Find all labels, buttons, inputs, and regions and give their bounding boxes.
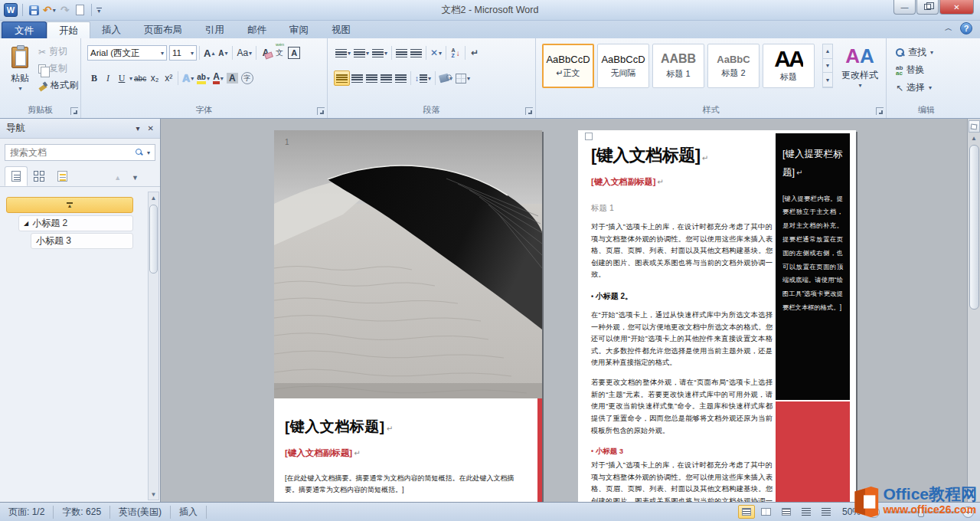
gallery-more-button[interactable]: ▼	[823, 73, 832, 87]
styles-dialog-launcher[interactable]	[876, 107, 884, 115]
cut-button[interactable]: ✂剪切	[37, 44, 80, 59]
scroll-thumb[interactable]	[969, 145, 979, 310]
body-paragraph[interactable]: 若要更改文档的整体外观，请在“页面布局”选项卡上选择新的“主题”元素。若要更改快…	[591, 377, 773, 437]
body-paragraph[interactable]: 对于“插入”选项卡上的库，在设计时都充分考虑了其中的项与文档整体外观的协调性。您…	[591, 221, 773, 281]
format-painter-button[interactable]: 格式刷	[37, 78, 80, 93]
search-box[interactable]: ▾	[5, 144, 155, 161]
sidebar-body-placeholder[interactable]: [键入提要栏内容。提要栏独立于主文档，是对主文档的补充。提要栏通常放置在页面的左…	[782, 192, 843, 315]
paragraph-dialog-launcher[interactable]	[525, 107, 533, 115]
increase-indent-button[interactable]	[409, 45, 423, 61]
superscript-button[interactable]: x²	[162, 70, 175, 86]
body-paragraph[interactable]: 在“开始”选项卡上，通过从快速样式库中为所选文本选择一种外观，您可以方便地更改文…	[591, 310, 773, 369]
sidebar-title-placeholder[interactable]: [键入提要栏标题]↵	[782, 146, 843, 182]
document-title-placeholder[interactable]: [键入文档标题]↵	[591, 144, 773, 167]
document-area[interactable]: 1	[161, 119, 980, 502]
undo-dropdown-icon[interactable]: ▾	[53, 7, 56, 14]
paste-dropdown-icon[interactable]: ▾	[18, 85, 21, 92]
heading-item-selected[interactable]: ▲	[6, 197, 133, 213]
status-word-count[interactable]: 字数: 625	[54, 506, 110, 519]
page-2[interactable]: [键入文档标题]↵ [键入文档副标题]↵ 标题 1 对于“插入”选项卡上的库，在…	[578, 130, 856, 502]
strikethrough-button[interactable]: abc	[132, 70, 148, 86]
new-document-button[interactable]	[74, 3, 87, 17]
page-1[interactable]: 1	[274, 130, 542, 502]
underline-button[interactable]: U	[115, 70, 129, 86]
style-title[interactable]: AA 标题	[763, 44, 815, 88]
character-shading-button[interactable]: A	[225, 70, 240, 86]
sort-button[interactable]: AZ↓	[449, 45, 462, 61]
bold-button[interactable]: B	[87, 70, 101, 86]
nav-pane-options-icon[interactable]: ▾	[136, 124, 140, 133]
justify-button[interactable]	[379, 70, 394, 86]
tab-page-layout[interactable]: 页面布局	[132, 21, 194, 38]
nav-scroll-thumb[interactable]	[149, 205, 158, 274]
font-size-combobox[interactable]: 11▾	[169, 45, 197, 61]
numbering-button[interactable]: ▾	[352, 45, 371, 61]
style-normal[interactable]: AaBbCcD ↵正文	[542, 44, 594, 88]
line-spacing-button[interactable]: ↕▾	[413, 70, 433, 86]
close-button[interactable]: ✕	[939, 0, 974, 15]
search-icon[interactable]	[136, 149, 143, 156]
help-button[interactable]: ?	[960, 22, 972, 34]
save-button[interactable]	[28, 3, 40, 17]
tab-references[interactable]: 引用	[194, 21, 236, 38]
subscript-button[interactable]: x₂	[148, 70, 162, 86]
body-paragraph[interactable]: 对于“插入”选项卡上的库，在设计时都充分考虑了其中的项与文档整体外观的协调性。您…	[591, 460, 773, 502]
select-button[interactable]: ↖选择▾	[894, 80, 935, 95]
text-effects-button[interactable]: A▾	[181, 70, 195, 86]
subheading-3[interactable]: 小标题 3	[591, 447, 773, 457]
tab-insert[interactable]: 插入	[90, 21, 132, 38]
subheading-2[interactable]: 小标题 2。	[591, 291, 773, 302]
heading-item-sub3[interactable]: 小标题 3	[31, 233, 133, 249]
change-case-button[interactable]: Aa▾	[235, 45, 253, 61]
font-color-button[interactable]: A▾	[211, 70, 225, 86]
nav-tab-results[interactable]	[51, 166, 74, 186]
decrease-indent-button[interactable]	[394, 45, 409, 61]
asian-layout-button[interactable]: ✕▾	[429, 45, 443, 61]
style-heading1[interactable]: AABB 标题 1	[652, 44, 704, 88]
search-dropdown-icon[interactable]: ▾	[147, 149, 150, 156]
change-styles-button[interactable]: AA 更改样式 ▾	[838, 44, 882, 104]
document-title-placeholder[interactable]: [键入文档标题]↵	[285, 417, 527, 437]
heading-item-sub2[interactable]: ◢ 小标题 2	[18, 215, 133, 231]
nav-scroll-up-icon[interactable]: ▲	[151, 192, 157, 203]
shading-button[interactable]: ▾	[438, 70, 454, 86]
nav-tab-headings[interactable]	[5, 166, 28, 186]
font-dialog-launcher[interactable]	[317, 107, 325, 115]
scroll-up-icon[interactable]: ▲	[971, 133, 977, 143]
minimize-button[interactable]: —	[893, 0, 916, 15]
view-print-layout-button[interactable]	[738, 505, 755, 519]
phonetic-guide-button[interactable]: 文	[273, 45, 286, 61]
style-no-spacing[interactable]: AaBbCcD 无间隔	[597, 44, 649, 88]
find-button[interactable]: 查找▾	[894, 45, 935, 60]
status-language[interactable]: 英语(美国)	[110, 506, 171, 519]
nav-tab-pages[interactable]	[28, 166, 51, 186]
style-heading2[interactable]: AaBbC 标题 2	[707, 44, 760, 88]
clipboard-dialog-launcher[interactable]	[70, 107, 78, 115]
align-center-button[interactable]	[350, 70, 364, 86]
copy-button[interactable]: 复制	[37, 61, 80, 76]
font-name-combobox[interactable]: Arial (西文正▾	[87, 45, 167, 61]
document-scrollbar[interactable]: ▲	[967, 119, 980, 502]
tab-file[interactable]: 文件	[2, 21, 47, 38]
nav-scroll-down-icon[interactable]: ▼	[151, 489, 157, 500]
page2-text-column[interactable]: [键入文档标题]↵ [键入文档副标题]↵ 标题 1 对于“插入”选项卡上的库，在…	[591, 144, 773, 502]
enclose-characters-button[interactable]: 字	[240, 70, 255, 86]
dune-photo[interactable]	[274, 130, 542, 398]
collapse-ribbon-icon[interactable]: ︿	[945, 23, 952, 34]
grow-font-button[interactable]: A▴	[202, 45, 216, 61]
status-page-count[interactable]: 页面: 1/2	[0, 506, 54, 519]
highlight-button[interactable]: ab▾	[195, 70, 211, 86]
nav-pane-close-icon[interactable]: ✕	[148, 124, 154, 133]
expand-icon[interactable]: ◢	[24, 220, 28, 227]
redo-button[interactable]: ↷	[59, 3, 71, 17]
tab-view[interactable]: 视图	[320, 21, 362, 38]
align-right-button[interactable]	[364, 70, 379, 86]
sidebar-textbox[interactable]: [键入提要栏标题]↵ [键入提要栏内容。提要栏独立于主文档，是对主文档的补充。提…	[776, 133, 850, 400]
document-abstract-placeholder[interactable]: [在此处键入文档摘要。摘要通常为文档内容的简短概括。在此处键入文档摘要。摘要通常…	[285, 473, 514, 496]
search-input[interactable]	[10, 147, 132, 158]
document-subtitle-placeholder[interactable]: [键入文档副标题]↵	[591, 176, 773, 188]
heading-1[interactable]: 标题 1	[591, 203, 773, 214]
replace-button[interactable]: abac替换	[894, 63, 935, 77]
view-fullscreen-reading-button[interactable]	[758, 505, 775, 519]
document-subtitle-placeholder[interactable]: [键入文档副标题]↵	[285, 447, 527, 459]
